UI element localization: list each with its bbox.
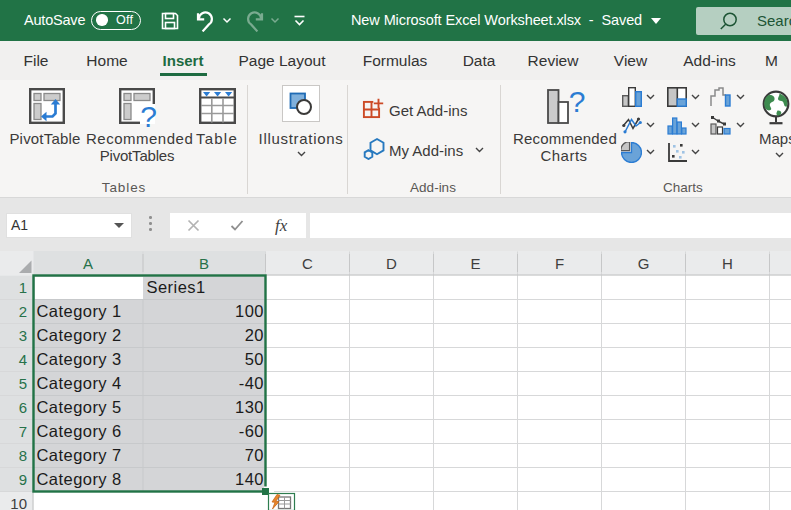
svg-text:Category 6: Category 6 bbox=[37, 422, 122, 440]
svg-text:1: 1 bbox=[19, 279, 27, 296]
svg-text:-60: -60 bbox=[239, 422, 264, 440]
svg-text:130: 130 bbox=[235, 398, 264, 416]
svg-text:?: ? bbox=[140, 100, 157, 130]
svg-text:H: H bbox=[722, 255, 733, 272]
svg-text:2: 2 bbox=[19, 303, 27, 320]
svg-text:8: 8 bbox=[19, 447, 27, 464]
svg-text:10: 10 bbox=[10, 495, 27, 510]
svg-text:Series1: Series1 bbox=[147, 278, 206, 296]
svg-text:Category 7: Category 7 bbox=[37, 446, 122, 464]
svg-text:50: 50 bbox=[245, 350, 264, 368]
svg-text:Category 5: Category 5 bbox=[37, 398, 122, 416]
svg-text:C: C bbox=[302, 255, 313, 272]
svg-text:4: 4 bbox=[19, 351, 27, 368]
svg-text:70: 70 bbox=[245, 446, 264, 464]
svg-text:E: E bbox=[470, 255, 480, 272]
svg-text:Category 4: Category 4 bbox=[37, 374, 122, 392]
svg-text:Category 2: Category 2 bbox=[37, 326, 122, 344]
svg-text:Category 8: Category 8 bbox=[37, 470, 122, 488]
svg-text:20: 20 bbox=[245, 326, 264, 344]
svg-text:D: D bbox=[386, 255, 397, 272]
svg-text:Category 1: Category 1 bbox=[37, 302, 122, 320]
svg-text:3: 3 bbox=[19, 327, 27, 344]
svg-text:-40: -40 bbox=[239, 374, 264, 392]
svg-text:G: G bbox=[638, 255, 650, 272]
svg-text:Category 3: Category 3 bbox=[37, 350, 122, 368]
svg-text:7: 7 bbox=[19, 423, 27, 440]
svg-text:6: 6 bbox=[19, 399, 27, 416]
svg-text:F: F bbox=[555, 255, 564, 272]
svg-text:140: 140 bbox=[235, 470, 264, 488]
svg-text:100: 100 bbox=[235, 302, 264, 320]
svg-text:A: A bbox=[83, 255, 93, 272]
svg-text:9: 9 bbox=[19, 471, 27, 488]
svg-text:5: 5 bbox=[19, 375, 27, 392]
svg-text:?: ? bbox=[569, 88, 586, 118]
svg-text:B: B bbox=[199, 255, 209, 272]
